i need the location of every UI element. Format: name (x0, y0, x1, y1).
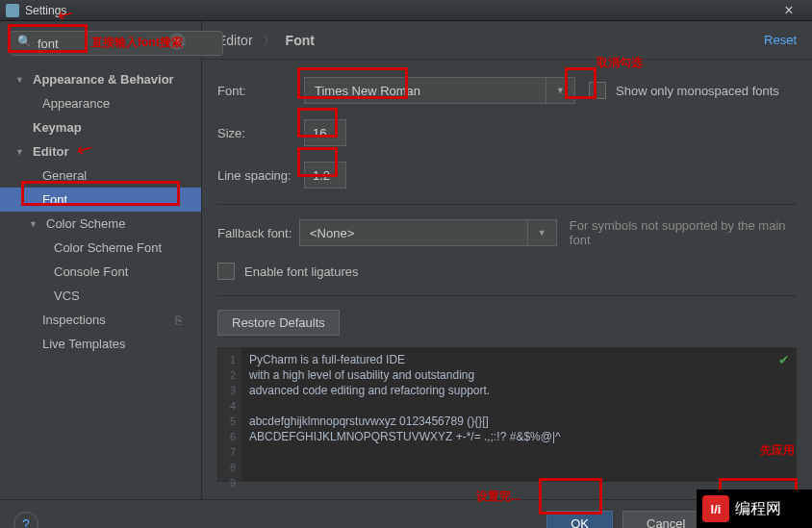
tree-editor[interactable]: ▼Editor (0, 139, 201, 163)
line-spacing-input[interactable] (304, 162, 346, 189)
tree-console-font[interactable]: Console Font (0, 260, 201, 284)
restore-defaults-button[interactable]: Restore Defaults (217, 310, 340, 336)
font-row: Font: Times New Roman ▼ Show only monosp… (217, 77, 797, 104)
tree-color-scheme-font[interactable]: Color Scheme Font (0, 236, 201, 260)
tree-label: Color Scheme (46, 216, 125, 231)
divider (217, 204, 797, 205)
ok-button[interactable]: OK (546, 511, 613, 529)
tree-color-scheme[interactable]: ▼Color Scheme (0, 212, 201, 236)
tree-keymap[interactable]: Keymap (0, 115, 201, 139)
window-title: Settings (25, 4, 772, 17)
mono-checkbox[interactable] (589, 82, 606, 99)
fallback-value: <None> (310, 226, 354, 240)
font-dropdown[interactable]: Times New Roman ▼ (304, 77, 575, 104)
line-spacing-label: Line spacing: (217, 168, 304, 183)
settings-tree: ▼Appearance & Behavior Appearance Keymap… (0, 63, 201, 499)
watermark-logo: l/i (702, 495, 729, 522)
size-row: Size: (217, 119, 797, 146)
search-icon: 🔍 (17, 35, 32, 48)
tree-font[interactable]: Font (0, 188, 201, 212)
clear-search-icon[interactable]: × (168, 33, 186, 50)
preview-gutter: 123456789 (218, 348, 241, 481)
chevron-down-icon: ▼ (29, 219, 42, 229)
chevron-down-icon: ▼ (15, 75, 29, 85)
mono-label: Show only monospaced fonts (616, 84, 779, 98)
size-label: Size: (217, 126, 304, 140)
tree-appearance[interactable]: Appearance (0, 91, 201, 115)
footer: ? OK Cancel Apply (0, 499, 812, 528)
tree-label: Editor (33, 144, 69, 159)
divider (217, 295, 797, 296)
search-row: 🔍 × (0, 21, 201, 63)
line-spacing-row: Line spacing: (217, 162, 797, 189)
chevron-down-icon: ▼ (527, 220, 546, 245)
size-input[interactable] (304, 119, 346, 146)
tree-label: Inspections (42, 313, 175, 327)
copy-icon: ⎘ (175, 314, 182, 327)
font-value: Times New Roman (315, 84, 420, 98)
fallback-label: Fallback font: (217, 226, 299, 240)
font-preview: 123456789 PyCharm is a full-featured IDE… (217, 347, 797, 482)
chevron-down-icon: ▼ (15, 147, 29, 157)
crumb-separator: 〉 (263, 32, 276, 49)
fallback-hint: For symbols not supported by the main fo… (570, 218, 797, 247)
tree-inspections[interactable]: Inspections⎘ (0, 308, 201, 332)
watermark-text: 编程网 (735, 499, 781, 519)
fallback-row: Fallback font: <None> ▼ For symbols not … (217, 218, 797, 247)
ligatures-checkbox[interactable] (217, 263, 235, 280)
breadcrumb: Editor 〉 Font Reset (202, 21, 812, 60)
watermark: l/i 编程网 (697, 490, 812, 528)
search-input[interactable] (10, 31, 223, 56)
sidebar: 🔍 × ▼Appearance & Behavior Appearance Ke… (0, 21, 202, 499)
reset-link[interactable]: Reset (764, 33, 797, 47)
app-icon (6, 4, 19, 17)
titlebar: Settings × (0, 0, 812, 21)
close-icon[interactable]: × (772, 1, 806, 20)
tree-general[interactable]: General (0, 163, 201, 188)
chevron-down-icon: ▼ (546, 78, 565, 103)
font-label: Font: (217, 84, 304, 98)
ligatures-label: Enable font ligatures (244, 264, 359, 279)
tree-live-templates[interactable]: Live Templates (0, 332, 201, 356)
form-area: Font: Times New Roman ▼ Show only monosp… (202, 60, 812, 499)
help-button[interactable]: ? (13, 512, 38, 529)
check-icon: ✔ (778, 352, 790, 367)
content-panel: Editor 〉 Font Reset Font: Times New Roma… (202, 21, 812, 499)
fallback-dropdown[interactable]: <None> ▼ (299, 219, 557, 246)
crumb-font: Font (286, 33, 315, 48)
preview-code: PyCharm is a full-featured IDE with a hi… (241, 348, 569, 481)
tree-label: Appearance & Behavior (33, 72, 174, 87)
tree-vcs[interactable]: VCS (0, 284, 201, 308)
tree-appearance-behavior[interactable]: ▼Appearance & Behavior (0, 67, 201, 91)
main-container: 🔍 × ▼Appearance & Behavior Appearance Ke… (0, 21, 812, 499)
ligatures-row: Enable font ligatures (217, 263, 797, 280)
